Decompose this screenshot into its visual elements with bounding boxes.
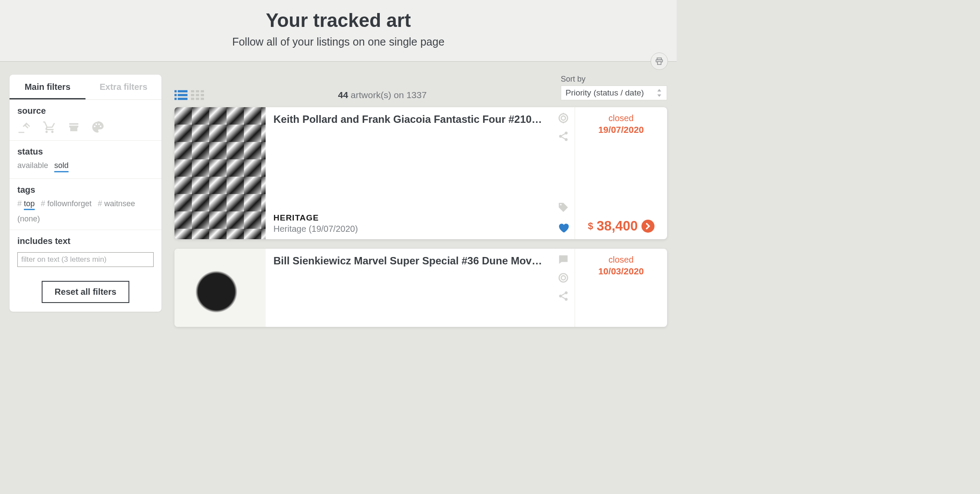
page-header: Your tracked art Follow all of your list…	[0, 0, 677, 62]
text-filter-input[interactable]	[17, 252, 154, 267]
filters-sidebar: Main filters Extra filters source status…	[10, 75, 161, 336]
list-view-icon[interactable]	[174, 90, 187, 100]
page-subtitle: Follow all of your listings on one singl…	[0, 36, 677, 48]
svg-rect-3	[174, 94, 177, 96]
sort-select[interactable]: Priority (status / date)	[561, 86, 667, 100]
tab-main-filters[interactable]: Main filters	[10, 75, 86, 99]
svg-rect-2	[174, 90, 177, 92]
svg-rect-13	[201, 94, 204, 96]
store-icon[interactable]	[68, 121, 80, 133]
filter-source: source	[10, 100, 161, 141]
svg-point-23	[561, 276, 566, 280]
cart-icon[interactable]	[43, 120, 56, 134]
target-icon[interactable]	[558, 272, 569, 283]
listing-title[interactable]: Bill Sienkiewicz Marvel Super Special #3…	[273, 255, 544, 267]
svg-rect-14	[191, 98, 194, 100]
listing-date: 19/07/2020	[598, 125, 644, 135]
svg-rect-11	[191, 94, 194, 96]
results-toolbar: 44 artwork(s) on 1337 Sort by Priority (…	[174, 75, 667, 107]
gavel-icon[interactable]	[17, 120, 31, 134]
svg-rect-6	[178, 94, 188, 96]
listing-thumbnail[interactable]	[174, 249, 266, 327]
chevron-right-icon	[645, 223, 651, 230]
tag-none[interactable]: (none)	[17, 214, 40, 224]
svg-point-22	[559, 273, 568, 282]
print-button[interactable]	[651, 53, 668, 70]
listing-card: Bill Sienkiewicz Marvel Super Special #3…	[174, 249, 667, 327]
tag-icon[interactable]	[557, 202, 569, 214]
source-meta: Heritage (19/07/2020)	[273, 224, 544, 234]
sort-arrows-icon	[656, 89, 662, 97]
tag-waitnsee[interactable]: # waitnsee	[98, 199, 135, 208]
filter-tags: tags # top # follownforget # waitnsee (n…	[10, 179, 161, 230]
svg-rect-12	[196, 94, 199, 96]
tab-extra-filters[interactable]: Extra filters	[86, 75, 161, 99]
svg-point-21	[565, 138, 568, 141]
target-icon[interactable]	[558, 112, 569, 124]
svg-point-17	[559, 114, 568, 122]
tags-label: tags	[17, 185, 154, 195]
svg-rect-10	[201, 90, 204, 92]
svg-rect-1	[658, 62, 661, 65]
share-icon[interactable]	[558, 131, 569, 142]
results-area: 44 artwork(s) on 1337 Sort by Priority (…	[174, 75, 667, 336]
listing-card: Keith Pollard and Frank Giacoia Fantasti…	[174, 107, 667, 239]
listing-thumbnail[interactable]	[174, 107, 266, 239]
grid-view-icon[interactable]	[191, 90, 204, 100]
source-label: source	[17, 106, 154, 116]
svg-point-24	[565, 291, 568, 294]
page-title: Your tracked art	[0, 10, 677, 31]
filter-text: includes text	[10, 230, 161, 273]
source-logo: HERITAGE	[273, 213, 544, 223]
listing-title[interactable]: Keith Pollard and Frank Giacoia Fantasti…	[273, 113, 544, 125]
svg-point-18	[561, 116, 566, 120]
price-currency: $	[588, 221, 593, 232]
comment-icon[interactable]	[558, 254, 569, 265]
svg-point-19	[565, 132, 568, 135]
includes-label: includes text	[17, 236, 154, 246]
open-listing-button[interactable]	[641, 220, 654, 233]
listing-status: closed	[608, 113, 634, 123]
heart-icon[interactable]	[557, 221, 570, 234]
listing-status: closed	[608, 255, 634, 265]
svg-rect-16	[201, 98, 204, 100]
print-icon	[655, 57, 664, 66]
svg-point-20	[559, 135, 562, 138]
price-value: 38,400	[597, 218, 638, 234]
results-count: 44 artwork(s) on 1337	[204, 90, 561, 100]
svg-point-25	[559, 295, 562, 298]
listing-date: 10/03/2020	[598, 266, 644, 277]
reset-filters-button[interactable]: Reset all filters	[42, 281, 129, 303]
svg-point-26	[565, 298, 568, 301]
tag-follownforget[interactable]: # follownforget	[41, 199, 92, 208]
filter-status: status available sold	[10, 141, 161, 179]
status-available[interactable]: available	[17, 161, 48, 172]
svg-rect-7	[178, 98, 188, 100]
svg-rect-4	[174, 98, 177, 100]
svg-rect-9	[196, 90, 199, 92]
status-label: status	[17, 147, 154, 157]
share-icon[interactable]	[558, 290, 569, 302]
filter-tabs: Main filters Extra filters	[10, 75, 161, 100]
svg-rect-15	[196, 98, 199, 100]
palette-icon[interactable]	[91, 121, 104, 134]
svg-rect-8	[191, 90, 194, 92]
status-sold[interactable]: sold	[54, 161, 69, 172]
svg-rect-5	[178, 90, 188, 92]
tag-top[interactable]: # top	[17, 199, 35, 208]
sort-label: Sort by	[561, 75, 667, 84]
